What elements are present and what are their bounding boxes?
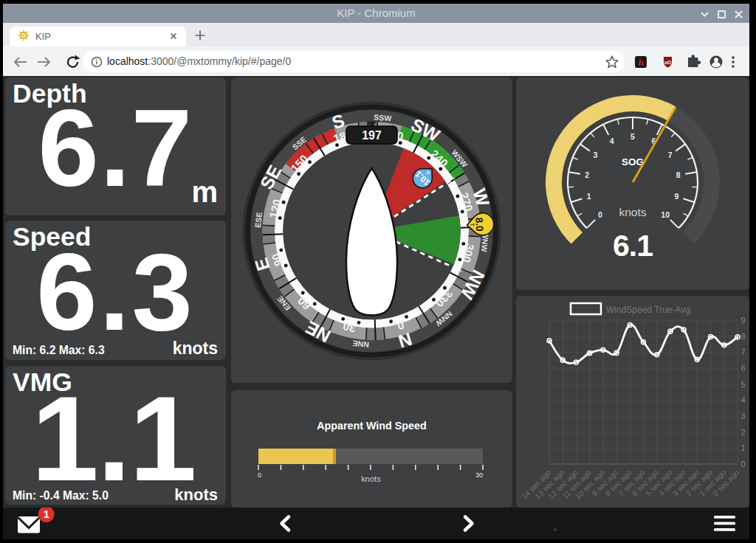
svg-text:9: 9	[741, 316, 746, 325]
svg-text:6.1: 6.1	[613, 229, 653, 263]
svg-text:SSW: SSW	[374, 112, 392, 122]
svg-text:8: 8	[741, 332, 746, 341]
svg-text:1: 1	[44, 508, 49, 520]
svg-text:1: 1	[587, 192, 591, 201]
svg-text:9: 9	[675, 192, 679, 201]
svg-text:197: 197	[362, 129, 382, 142]
svg-text:ESE: ESE	[253, 212, 264, 228]
svg-text:10: 10	[661, 210, 670, 219]
svg-text:2: 2	[585, 170, 589, 179]
svg-text:knots: knots	[361, 474, 381, 483]
svg-text:4: 4	[610, 136, 614, 145]
svg-text:0: 0	[258, 471, 261, 479]
svg-text:4: 4	[741, 395, 746, 404]
svg-text:3: 3	[741, 412, 746, 421]
svg-text:30: 30	[475, 471, 483, 479]
svg-text:3: 3	[594, 151, 598, 159]
svg-text:WindSpeed True-Avg.: WindSpeed True-Avg.	[606, 305, 693, 315]
svg-text:h: h	[638, 57, 643, 68]
svg-text:7: 7	[668, 151, 673, 159]
svg-text:SOG: SOG	[622, 156, 644, 167]
svg-text:0: 0	[598, 210, 602, 219]
svg-text:0: 0	[741, 460, 746, 468]
svg-text:5: 5	[630, 132, 635, 141]
svg-text:6: 6	[741, 364, 746, 373]
svg-text:T: T	[469, 223, 475, 227]
svg-text:NNE: NNE	[352, 339, 369, 350]
svg-text:5: 5	[741, 380, 746, 389]
svg-text:1: 1	[741, 443, 746, 452]
svg-text:knots: knots	[619, 206, 646, 218]
svg-text:2: 2	[741, 428, 746, 437]
svg-text:7: 7	[741, 347, 746, 356]
svg-text:8: 8	[676, 170, 681, 179]
svg-text:uO: uO	[664, 60, 671, 65]
